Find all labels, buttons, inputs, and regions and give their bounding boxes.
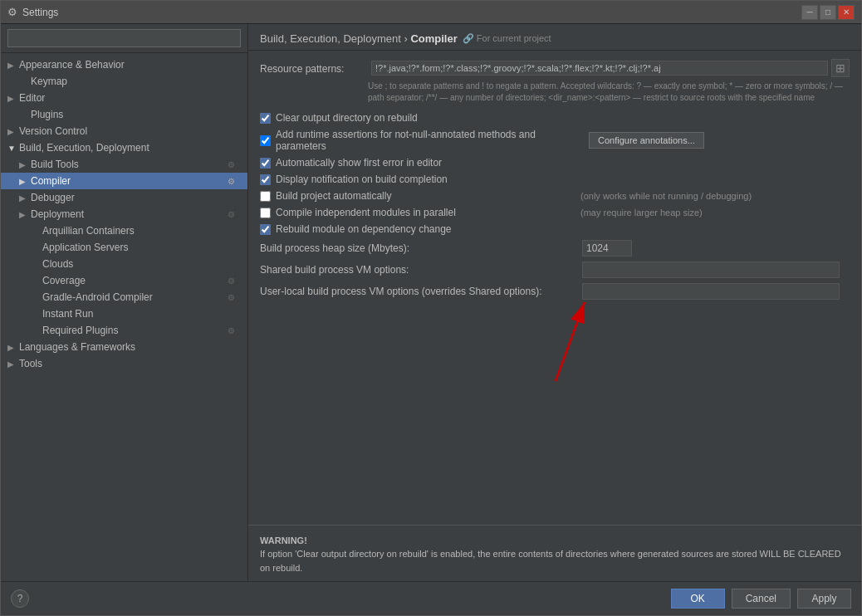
ok-button[interactable]: OK — [671, 589, 725, 609]
sidebar-item-build-tools[interactable]: ▶ Build Tools ⚙ — [1, 156, 247, 173]
settings-icon: ⚙ — [228, 177, 241, 186]
display-notification-checkbox[interactable] — [260, 174, 271, 185]
title-bar-left: ⚙ Settings — [7, 6, 58, 18]
minimize-button[interactable]: ─ — [801, 5, 818, 20]
sidebar-item-label: Compiler — [31, 175, 228, 187]
add-runtime-label: Add runtime assertions for not-null-anno… — [276, 129, 575, 152]
shared-vm-input[interactable] — [582, 262, 840, 278]
sidebar-item-keymap[interactable]: Keymap — [1, 73, 247, 90]
clear-output-label: Clear output directory on rebuild — [276, 112, 418, 124]
rebuild-module-checkbox[interactable] — [260, 224, 271, 235]
close-button[interactable]: ✕ — [838, 5, 855, 20]
panel-subtitle: 🔗 For current project — [463, 33, 551, 44]
sidebar-item-editor[interactable]: ▶ Editor — [1, 90, 247, 106]
breadcrumb-section: Compiler — [410, 32, 457, 45]
sidebar-item-plugins[interactable]: Plugins — [1, 106, 247, 123]
arrow-icon: ▶ — [7, 94, 19, 103]
warning-section: WARNING! If option 'Clear output directo… — [248, 525, 861, 582]
compile-parallel-row: Compile independent modules in parallel … — [260, 207, 850, 218]
settings-icon: ⚙ — [228, 293, 241, 302]
window-title: Settings — [22, 7, 58, 18]
heap-size-row: Build process heap size (Mbytes): — [260, 240, 850, 257]
sidebar-item-languages[interactable]: ▶ Languages & Frameworks — [1, 339, 247, 355]
settings-window: ⚙ Settings ─ □ ✕ ▶ Appearance & Behavior — [0, 0, 862, 616]
compile-parallel-checkbox[interactable] — [260, 208, 271, 218]
sidebar-item-label: Editor — [19, 92, 241, 104]
rebuild-module-label: Rebuild module on dependency change — [276, 223, 452, 235]
add-runtime-checkbox[interactable] — [260, 135, 271, 146]
clear-output-checkbox[interactable] — [260, 113, 271, 124]
auto-show-checkbox[interactable] — [260, 158, 271, 169]
sidebar: ▶ Appearance & Behavior Keymap ▶ Editor … — [1, 24, 248, 581]
nav-tree: ▶ Appearance & Behavior Keymap ▶ Editor … — [1, 53, 247, 581]
settings-icon: ⚙ — [228, 210, 241, 219]
apply-button[interactable]: Apply — [797, 589, 851, 609]
compile-parallel-note: (may require larger heap size) — [580, 208, 850, 218]
resource-patterns-input[interactable] — [371, 61, 828, 76]
sidebar-item-label: Plugins — [31, 109, 241, 120]
warning-body: If option 'Clear output directory on reb… — [260, 549, 841, 573]
sidebar-item-version-control[interactable]: ▶ Version Control — [1, 123, 247, 139]
sidebar-item-debugger[interactable]: ▶ Debugger — [1, 189, 247, 206]
help-button[interactable]: ? — [11, 589, 29, 608]
add-runtime-row: Add runtime assertions for not-null-anno… — [260, 129, 850, 152]
arrow-icon: ▶ — [19, 160, 31, 169]
sidebar-item-required-plugins[interactable]: Required Plugins ⚙ — [1, 322, 247, 339]
bottom-left: ? — [11, 589, 29, 608]
panel-scroll: Resource patterns: ⊞ Use ; to separate p… — [248, 51, 861, 525]
sidebar-item-label: Clouds — [42, 258, 241, 270]
resource-expand-button[interactable]: ⊞ — [831, 59, 850, 77]
window-icon: ⚙ — [7, 6, 17, 18]
resource-hint: Use ; to separate patterns and ! to nega… — [260, 81, 850, 104]
configure-annotations-button[interactable]: Configure annotations... — [589, 132, 704, 149]
sidebar-item-instant-run[interactable]: Instant Run — [1, 306, 247, 322]
sidebar-item-coverage[interactable]: Coverage ⚙ — [1, 272, 247, 289]
sidebar-item-label: Debugger — [31, 192, 241, 203]
shared-vm-label: Shared build process VM options: — [260, 264, 575, 276]
main-content: ▶ Appearance & Behavior Keymap ▶ Editor … — [1, 24, 861, 581]
sidebar-item-label: Arquillian Containers — [42, 225, 241, 237]
sidebar-item-app-servers[interactable]: Application Servers — [1, 239, 247, 256]
resource-patterns-label: Resource patterns: — [260, 61, 368, 75]
resource-patterns-row: Resource patterns: ⊞ — [260, 59, 850, 77]
shared-vm-row: Shared build process VM options: — [260, 262, 850, 278]
sidebar-item-label: Keymap — [31, 76, 241, 87]
sidebar-item-label: Version Control — [19, 125, 241, 137]
panel-breadcrumb: Build, Execution, Deployment › Compiler — [260, 32, 458, 45]
warning-text: WARNING! If option 'Clear output directo… — [260, 534, 850, 575]
sidebar-item-appearance[interactable]: ▶ Appearance & Behavior — [1, 56, 247, 73]
cancel-button[interactable]: Cancel — [732, 589, 791, 609]
search-input[interactable] — [7, 29, 241, 47]
build-auto-left: Build project automatically — [260, 190, 575, 202]
build-auto-label: Build project automatically — [276, 190, 391, 202]
title-bar: ⚙ Settings ─ □ ✕ — [1, 1, 861, 24]
sidebar-item-tools[interactable]: ▶ Tools — [1, 355, 247, 372]
search-box — [1, 24, 247, 53]
sidebar-item-label: Appearance & Behavior — [19, 59, 241, 71]
settings-icon: ⚙ — [228, 326, 241, 335]
sidebar-item-label: Build Tools — [31, 159, 228, 170]
arrow-icon: ▶ — [19, 193, 31, 203]
sidebar-item-build-execution[interactable]: ▼ Build, Execution, Deployment — [1, 139, 247, 156]
maximize-button[interactable]: □ — [820, 5, 836, 20]
bottom-right: OK Cancel Apply — [671, 589, 851, 609]
sidebar-item-arquillian[interactable]: Arquillian Containers — [1, 222, 247, 239]
sidebar-item-clouds[interactable]: Clouds — [1, 256, 247, 272]
arrow-icon: ▶ — [7, 61, 19, 70]
sidebar-item-deployment[interactable]: ▶ Deployment ⚙ — [1, 206, 247, 222]
user-local-vm-row: User-local build process VM options (ove… — [260, 283, 850, 300]
sidebar-item-gradle-android[interactable]: Gradle-Android Compiler ⚙ — [1, 289, 247, 306]
build-auto-checkbox[interactable] — [260, 191, 271, 202]
sidebar-item-compiler[interactable]: ▶ Compiler ⚙ — [1, 173, 247, 189]
breadcrumb-path: Build, Execution, Deployment — [260, 32, 401, 45]
heap-input[interactable] — [582, 240, 632, 257]
build-auto-row: Build project automatically (only works … — [260, 190, 850, 202]
compile-parallel-label: Compile independent modules in parallel — [276, 207, 456, 218]
user-local-vm-input[interactable] — [582, 283, 840, 300]
panel-header: Build, Execution, Deployment › Compiler … — [248, 24, 861, 51]
arrow-icon: ▶ — [7, 127, 19, 136]
settings-icon: ⚙ — [228, 276, 241, 286]
rebuild-module-row: Rebuild module on dependency change — [260, 223, 850, 235]
arrow-icon: ▶ — [7, 343, 19, 352]
arrow-icon: ▶ — [19, 210, 31, 219]
